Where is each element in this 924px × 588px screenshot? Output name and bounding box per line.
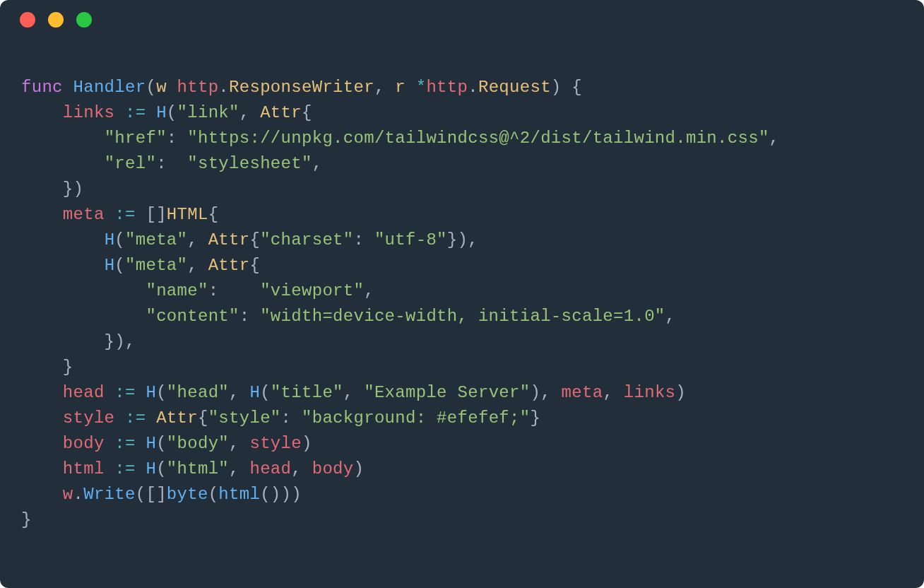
code-token: := [114, 459, 135, 478]
code-token: { [249, 230, 260, 249]
code-token: H [105, 230, 115, 249]
code-token: := [125, 408, 146, 428]
minimize-icon[interactable] [48, 12, 64, 28]
code-line: "content": "width=device-width, initial-… [21, 304, 903, 329]
code-token: , [187, 256, 208, 275]
code-token: }) [21, 180, 83, 199]
code-token: } [530, 408, 540, 428]
code-token: , [343, 383, 364, 402]
code-token: "charset" [260, 230, 353, 249]
code-token: "head" [167, 383, 229, 402]
code-line: links := H("link", Attr{ [21, 100, 903, 126]
code-token [21, 256, 105, 275]
code-token: "rel" [105, 154, 157, 173]
code-token: ( [156, 459, 167, 478]
code-token: , [229, 434, 249, 453]
code-token: ( [114, 230, 125, 249]
code-token [21, 485, 63, 504]
code-token: style [249, 434, 302, 453]
code-token: "https://unpkg.com/tailwindcss@^2/dist/t… [187, 129, 769, 148]
code-token: ( [167, 103, 177, 122]
code-token: H [146, 459, 156, 478]
code-token: Attr [208, 230, 250, 249]
code-token [105, 459, 115, 478]
code-token: "background: #efefef;" [302, 408, 530, 428]
code-token: , [291, 459, 312, 478]
code-line: func Handler(w http.ResponseWriter, r *h… [21, 75, 903, 100]
maximize-icon[interactable] [76, 12, 92, 28]
code-token [21, 281, 146, 300]
code-token: "Example Server" [364, 383, 530, 402]
code-token: }), [21, 332, 136, 351]
code-token: "content" [146, 307, 239, 326]
code-token: , [312, 154, 323, 173]
code-token [105, 434, 115, 453]
code-token [21, 408, 63, 428]
code-token: }), [447, 230, 478, 249]
code-token: } [21, 358, 73, 377]
code-token: := [114, 434, 135, 453]
code-token [114, 408, 125, 428]
code-token: w [63, 485, 73, 504]
code-token [105, 205, 115, 224]
code-token: ) [302, 434, 312, 453]
code-token: { [198, 408, 208, 428]
code-token: head [63, 383, 105, 402]
code-token: H [249, 383, 260, 402]
code-token [21, 154, 105, 173]
code-token: links [624, 383, 676, 402]
close-icon[interactable] [20, 12, 35, 28]
code-token: ( [146, 78, 156, 97]
code-line: w.Write([]byte(html())) [21, 482, 903, 507]
code-token: ResponseWriter [229, 78, 374, 97]
code-window: func Handler(w http.ResponseWriter, r *h… [0, 0, 924, 588]
code-token: , [603, 383, 623, 402]
code-token: ( [156, 383, 167, 402]
code-token: ( [208, 485, 219, 504]
code-token: "viewport" [260, 281, 364, 300]
code-token [21, 103, 63, 122]
code-token: ) [675, 383, 686, 402]
code-token: http [177, 78, 219, 97]
code-token: , [364, 281, 374, 300]
code-token: body [312, 459, 354, 478]
code-token: "body" [167, 434, 229, 453]
code-token: , [187, 230, 208, 249]
code-line: style := Attr{"style": "background: #efe… [21, 406, 903, 431]
code-token: ) { [551, 78, 582, 97]
code-token: , [239, 103, 260, 122]
code-token: ( [260, 383, 271, 402]
code-line: head := H("head", H("title", "Example Se… [21, 380, 903, 406]
code-token: . [73, 485, 84, 504]
code-token: Handler [73, 78, 146, 97]
code-line: } [21, 355, 903, 380]
code-token: Write [83, 485, 136, 504]
code-token: := [125, 103, 146, 122]
code-token: body [63, 434, 105, 453]
code-editor[interactable]: func Handler(w http.ResponseWriter, r *h… [0, 40, 924, 554]
code-token: ) [354, 459, 365, 478]
code-token: ( [114, 256, 125, 275]
code-token [114, 103, 125, 122]
code-line: H("meta", Attr{ [21, 253, 903, 278]
code-token: : [156, 154, 187, 173]
code-token: } [21, 510, 32, 529]
code-line: "name": "viewport", [21, 278, 903, 304]
code-token: { [302, 103, 312, 122]
code-token [21, 230, 105, 249]
code-token: html [63, 459, 105, 478]
code-token: "link" [177, 103, 239, 122]
code-token [105, 383, 115, 402]
code-token [21, 434, 63, 453]
code-line: "rel": "stylesheet", [21, 151, 903, 177]
code-token: links [63, 103, 115, 122]
code-token: "utf-8" [374, 230, 447, 249]
code-token [136, 459, 146, 478]
code-line: } [21, 507, 903, 533]
code-token: ())) [260, 485, 302, 504]
code-token [21, 383, 63, 402]
code-token: * [416, 78, 427, 97]
code-token: meta [63, 205, 105, 224]
code-token: http [426, 78, 468, 97]
code-token: . [218, 78, 229, 97]
